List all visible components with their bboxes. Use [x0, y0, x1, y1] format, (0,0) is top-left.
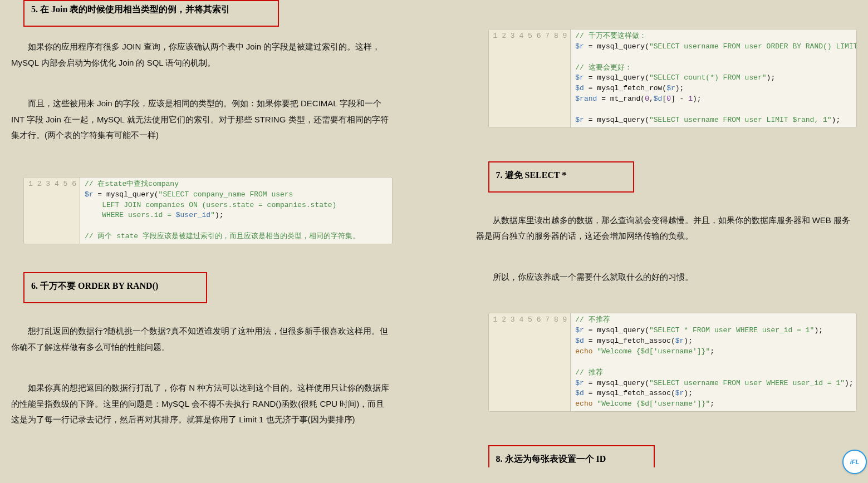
- spacer: [476, 0, 857, 24]
- heading-7-box: 7. 避免 SELECT *: [488, 161, 635, 193]
- section-6-para-1: 想打乱返回的数据行?随机挑一个数据?真不知道谁发明了这种用法，但很多新手很喜欢这…: [11, 323, 393, 355]
- code-6b-body: // 千万不要这样做： $r = mysql_query("SELECT use…: [571, 29, 856, 127]
- code-block-5: 1 2 3 4 5 6 // 在state中查找company $r = mys…: [23, 177, 393, 244]
- section-6-para-2: 如果你真的想把返回的数据行打乱了，你有 N 种方法可以达到这个目的。这样使用只让…: [11, 380, 393, 428]
- heading-7: 7. 避免 SELECT *: [496, 167, 567, 184]
- code-5-gutter: 1 2 3 4 5 6: [24, 178, 80, 244]
- right-column: 1 2 3 4 5 6 7 8 9 // 千万不要这样做： $r = mysql…: [476, 0, 857, 477]
- p7b: 所以，你应该养成一个需要什么就取什么的好的习惯。: [476, 269, 857, 285]
- code-7-body: // 不推荐 $r = mysql_query("SELECT * FROM u…: [571, 313, 856, 411]
- code-6b-gutter: 1 2 3 4 5 6 7 8 9: [489, 29, 571, 127]
- heading-8: 8. 永远为每张表设置一个 ID: [496, 451, 606, 467]
- assistant-badge-icon[interactable]: iFL: [842, 450, 867, 474]
- heading-5-box: 5. 在 Join 表的时候使用相当类型的例，并将其索引: [23, 0, 279, 27]
- section-7-para-2: 所以，你应该养成一个需要什么就取什么的好的习惯。: [476, 269, 857, 285]
- heading-6: 6. 千万不要 ORDER BY RAND(): [31, 278, 158, 294]
- section-7-para-1: 从数据库里读出越多的数据，那么查询就会变得越慢。并且，如果你的数据库服务器和 W…: [476, 213, 857, 244]
- p7a: 从数据库里读出越多的数据，那么查询就会变得越慢。并且，如果你的数据库服务器和 W…: [476, 213, 857, 244]
- code-7-gutter: 1 2 3 4 5 6 7 8 9: [489, 313, 571, 411]
- p5b: 而且，这些被用来 Join 的字段，应该是相同的类型的。例如：如果你要把 DEC…: [11, 96, 393, 144]
- p5a: 如果你的应用程序有很多 JOIN 查询，你应该确认两个表中 Join 的字段是被…: [11, 39, 393, 71]
- code-block-7: 1 2 3 4 5 6 7 8 9 // 不推荐 $r = mysql_quer…: [488, 313, 857, 412]
- p6a: 想打乱返回的数据行?随机挑一个数据?真不知道谁发明了这种用法，但很多新手很喜欢这…: [11, 323, 393, 355]
- heading-6-box: 6. 千万不要 ORDER BY RAND(): [23, 272, 207, 303]
- heading-8-box: 8. 永远为每张表设置一个 ID: [488, 445, 655, 467]
- section-5-para-1: 如果你的应用程序有很多 JOIN 查询，你应该确认两个表中 Join 的字段是被…: [11, 39, 393, 71]
- assistant-badge-label: iFL: [850, 456, 860, 468]
- left-column: 5. 在 Join 表的时候使用相当类型的例，并将其索引 如果你的应用程序有很多…: [11, 0, 393, 477]
- code-block-6b: 1 2 3 4 5 6 7 8 9 // 千万不要这样做： $r = mysql…: [488, 29, 857, 128]
- code-5-body: // 在state中查找company $r = mysql_query("SE…: [80, 178, 392, 244]
- heading-5: 5. 在 Join 表的时候使用相当类型的例，并将其索引: [31, 1, 230, 18]
- two-column-layout: 5. 在 Join 表的时候使用相当类型的例，并将其索引 如果你的应用程序有很多…: [0, 0, 868, 483]
- p6b: 如果你真的想把返回的数据行打乱了，你有 N 种方法可以达到这个目的。这样使用只让…: [11, 380, 393, 428]
- section-5-para-2: 而且，这些被用来 Join 的字段，应该是相同的类型的。例如：如果你要把 DEC…: [11, 96, 393, 144]
